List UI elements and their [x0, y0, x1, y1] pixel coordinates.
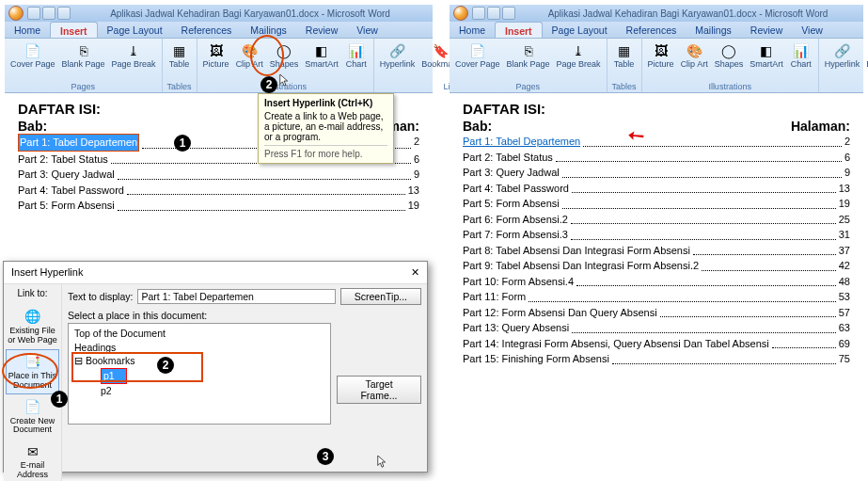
ribbon-button-label: Clip Art	[681, 60, 708, 69]
cover-page-button[interactable]: 📄Cover Page	[8, 40, 57, 70]
tree-node-bookmarks[interactable]: ⊟ Bookmarks	[74, 354, 324, 368]
linkto-label-text: Place in This Document	[8, 372, 57, 391]
linkto-place-in-this-document[interactable]: 📑Place in This Document	[6, 349, 59, 394]
toc-page: 6	[844, 150, 850, 166]
leader-dots	[772, 336, 836, 349]
ribbon-group-pages: 📄Cover Page⎘Blank Page⤓Page BreakPages	[450, 39, 608, 92]
tab-home[interactable]: Home	[450, 22, 495, 38]
qat-redo-icon[interactable]	[502, 7, 515, 20]
titlebar: Aplikasi Jadwal Kehadiran Bagi Karyawan0…	[5, 5, 433, 22]
chart-button[interactable]: 📊Chart	[788, 40, 814, 70]
qat-redo-icon[interactable]	[57, 7, 71, 20]
toc-row: Part 13: Query Absensi63	[463, 320, 850, 336]
linkto-e-mail-address[interactable]: ✉E-mail Address	[6, 439, 59, 481]
tab-insert[interactable]: Insert	[495, 22, 543, 38]
tree-node-p1[interactable]: p1	[101, 368, 127, 384]
toc-title: Part 10: Form Absensi.4	[463, 274, 574, 290]
table-button[interactable]: ▦Table	[166, 40, 193, 70]
tab-references[interactable]: References	[617, 22, 687, 38]
tab-page-layout[interactable]: Page Layout	[543, 22, 617, 38]
shapes-button[interactable]: ◯Shapes	[268, 40, 301, 70]
clip-art-button[interactable]: 🎨Clip Art	[679, 40, 710, 70]
page-break-button[interactable]: ⤓Page Break	[555, 40, 603, 70]
office-orb-icon[interactable]	[453, 6, 468, 21]
screentip-button[interactable]: ScreenTip...	[340, 288, 421, 305]
target-frame-button[interactable]: Target Frame...	[337, 376, 421, 404]
qat-save-icon[interactable]	[27, 7, 40, 20]
ribbon-tabs: HomeInsertPage LayoutReferencesMailingsR…	[450, 22, 863, 39]
label-bab: Bab:	[18, 119, 47, 134]
toc-row: Part 11: Form53	[463, 289, 850, 305]
toc-page: 53	[839, 289, 850, 305]
close-icon[interactable]: ✕	[411, 266, 419, 279]
text-to-display-input[interactable]	[137, 289, 335, 304]
toc-page: 19	[839, 196, 850, 212]
group-name-label: Illustrations	[263, 82, 307, 92]
ribbon: 📄Cover Page⎘Blank Page⤓Page BreakPages▦T…	[450, 39, 863, 93]
smartart-button[interactable]: ◧SmartArt	[303, 40, 340, 70]
linkto-existing-file-or-web-page[interactable]: 🌐Existing File or Web Page	[6, 304, 59, 349]
ribbon-group-tables: ▦TableTables	[163, 39, 197, 92]
tab-review[interactable]: Review	[741, 22, 792, 38]
picture-button[interactable]: 🖼Picture	[646, 40, 676, 70]
picture-icon: 🖼	[652, 41, 671, 60]
ribbon-button-label: Picture	[648, 60, 674, 69]
toc-row: Part 2: Tabel Status6	[463, 150, 850, 166]
qat-save-icon[interactable]	[472, 7, 485, 20]
create-new-document-icon: 📄	[24, 398, 42, 417]
ribbon-group-illustrations: 🖼Picture🎨Clip Art◯Shapes◧SmartArt📊ChartI…	[642, 39, 819, 92]
toc-title: Part 14: Integrasi Form Absensi, Query A…	[463, 336, 769, 352]
hyperlink-button[interactable]: 🔗Hyperlink	[823, 40, 862, 70]
tab-mailings[interactable]: Mailings	[241, 22, 296, 38]
toc-page: 25	[839, 212, 850, 228]
page-break-button[interactable]: ⤓Page Break	[110, 40, 158, 70]
toc-page: 19	[408, 198, 419, 214]
document-tree[interactable]: Top of the Document Headings ⊟ Bookmarks…	[68, 323, 331, 425]
tab-insert[interactable]: Insert	[50, 22, 98, 38]
toc-row: Part 5: Form Absensi19	[463, 196, 850, 212]
tab-home[interactable]: Home	[5, 22, 50, 38]
linkto-column: Link to: 🌐Existing File or Web Page📑Plac…	[4, 284, 62, 481]
tab-references[interactable]: References	[172, 22, 242, 38]
tab-mailings[interactable]: Mailings	[686, 22, 741, 38]
ribbon-button-label: Table	[169, 60, 190, 69]
toc-title: Part 1: Tabel Departemen	[18, 134, 139, 152]
smartart-button[interactable]: ◧SmartArt	[748, 40, 785, 70]
blank-page-button[interactable]: ⎘Blank Page	[505, 40, 552, 70]
office-orb-icon[interactable]	[8, 6, 24, 21]
blank-page-icon: ⎘	[74, 41, 93, 60]
tree-node-p2[interactable]: p2	[74, 384, 324, 398]
picture-button[interactable]: 🖼Picture	[201, 40, 231, 70]
ribbon-button-label: Picture	[203, 60, 229, 69]
chart-button[interactable]: 📊Chart	[343, 40, 370, 70]
linkto-create-new-document[interactable]: 📄Create New Document	[6, 394, 59, 440]
ribbon-button-label: Page Break	[112, 60, 156, 69]
bookmark-button[interactable]: 🔖Bookmark	[864, 40, 868, 70]
shapes-icon: ◯	[275, 41, 293, 60]
blank-page-button[interactable]: ⎘Blank Page	[60, 40, 107, 70]
page-break-icon: ⤓	[569, 41, 588, 60]
cover-page-button[interactable]: 📄Cover Page	[453, 40, 502, 70]
tab-view[interactable]: View	[347, 22, 387, 38]
toc-page: 2	[414, 134, 419, 152]
tree-node-top[interactable]: Top of the Document	[74, 327, 324, 341]
qat-undo-icon[interactable]	[487, 7, 500, 20]
toc-page: 6	[414, 152, 419, 168]
shapes-button[interactable]: ◯Shapes	[713, 40, 746, 70]
toc-row: Part 7: Form Absensi.331	[463, 227, 850, 243]
toc-title[interactable]: Part 1: Tabel Departemen	[463, 134, 580, 150]
toc-title: Part 3: Query Jadwal	[463, 165, 560, 181]
qat-undo-icon[interactable]	[42, 7, 55, 20]
tree-node-headings[interactable]: Headings	[74, 341, 324, 355]
hyperlink-icon: 🔗	[832, 41, 851, 60]
table-button[interactable]: ▦Table	[611, 40, 638, 70]
hyperlink-tooltip: Insert Hyperlink (Ctrl+K) Create a link …	[258, 93, 394, 164]
leader-dots	[576, 274, 836, 287]
tab-page-layout[interactable]: Page Layout	[98, 22, 172, 38]
tab-view[interactable]: View	[792, 22, 832, 38]
tab-review[interactable]: Review	[296, 22, 347, 38]
linkto-label-text: E-mail Address	[8, 461, 57, 480]
ribbon-button-label: Page Break	[557, 60, 601, 69]
hyperlink-button[interactable]: 🔗Hyperlink	[378, 40, 418, 70]
clip-art-button[interactable]: 🎨Clip Art	[234, 40, 265, 70]
